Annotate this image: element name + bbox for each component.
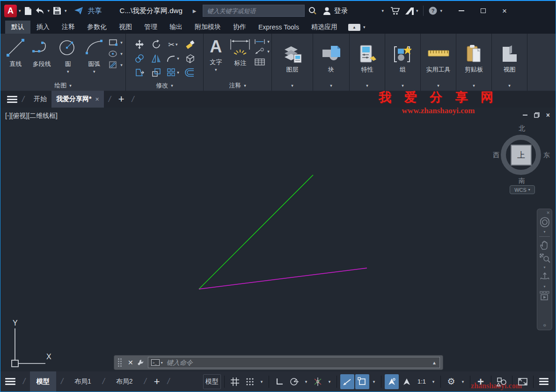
ribbon-collapse-icon[interactable]: ▲	[348, 24, 360, 31]
snap-dropdown-icon[interactable]: ▾	[258, 374, 265, 389]
array-tool-icon[interactable]: ▾	[167, 68, 179, 77]
file-tab-close-icon[interactable]: ×	[95, 95, 99, 103]
share-icon[interactable]	[74, 7, 83, 15]
stretch-tool-icon[interactable]	[134, 67, 145, 78]
array-dropdown-icon[interactable]: ▾	[177, 70, 179, 75]
ribbon-tab-annotate[interactable]: 注释	[56, 21, 81, 34]
ucs-icon[interactable]: Y X	[5, 319, 57, 370]
modify-panel-title[interactable]: 修改 ▾	[126, 80, 203, 91]
table-button[interactable]	[254, 58, 270, 66]
hatch-dropdown-icon[interactable]: ▾	[120, 63, 123, 67]
object-snap-dropdown-icon[interactable]: ▾	[370, 374, 378, 389]
autodesk-caret-icon[interactable]: ▾	[416, 8, 418, 13]
ribbon-tab-parametric[interactable]: 参数化	[81, 21, 113, 34]
ribbon-tab-featured-apps[interactable]: 精选应用	[305, 21, 344, 34]
navbar-close-icon[interactable]: ✕	[546, 211, 550, 215]
polyline-tool-button[interactable]: 多段线	[29, 36, 54, 68]
orbit-dropdown-icon[interactable]: ▾	[543, 284, 545, 289]
ellipse-dropdown-icon[interactable]: ▾	[120, 51, 123, 56]
iso-draft-toggle[interactable]	[311, 374, 325, 389]
magenta-line[interactable]	[199, 268, 367, 289]
user-icon[interactable]	[322, 7, 331, 15]
app-logo[interactable]: A	[4, 5, 17, 17]
leader-button[interactable]: ▾	[254, 48, 270, 55]
login-label[interactable]: 登录	[334, 7, 348, 15]
showmotion-icon[interactable]	[539, 290, 550, 302]
layout-tab-layout1[interactable]: 布局1	[68, 371, 98, 392]
fillet-tool-icon[interactable]: ▾	[167, 54, 179, 63]
plus-button[interactable]: +	[474, 374, 488, 389]
viewcube-east[interactable]: 东	[543, 151, 550, 160]
annotation-scale-button[interactable]: 1:1	[415, 374, 429, 389]
explode-tool-icon[interactable]	[185, 53, 195, 64]
command-prompt-icon[interactable]: >_	[151, 359, 160, 366]
clean-screen-icon[interactable]	[516, 374, 530, 389]
settings-dropdown-icon[interactable]: ▾	[459, 374, 467, 389]
command-history-icon[interactable]: ▲	[432, 360, 437, 365]
properties-panel-expand-icon[interactable]: ▾	[366, 83, 368, 88]
viewcube-top-face[interactable]: 上	[511, 145, 532, 166]
circle-tool-button[interactable]: 圆 ▾	[56, 36, 80, 74]
help-caret-icon[interactable]: ▾	[440, 8, 443, 13]
navigation-wheel-icon[interactable]	[539, 217, 550, 228]
snap-toggle[interactable]	[243, 374, 257, 389]
file-tabs-menu-icon[interactable]	[7, 96, 17, 103]
rectangle-tool-button[interactable]: ▾	[108, 38, 123, 47]
drawing-canvas[interactable]	[0, 108, 556, 371]
properties-icon[interactable]	[357, 44, 378, 65]
rectangle-dropdown-icon[interactable]: ▾	[120, 40, 123, 45]
zoom-dropdown-icon[interactable]: ▾	[543, 265, 545, 269]
circle-dropdown-icon[interactable]: ▾	[67, 69, 69, 74]
annotation-autoscale-toggle[interactable]	[400, 374, 414, 389]
drawing-viewport[interactable]: [-][俯视][二维线框] × 北 西 上 东 南 WCS ▾ ✕ ▾	[0, 108, 556, 371]
fillet-dropdown-icon[interactable]: ▾	[177, 56, 179, 61]
text-dropdown-icon[interactable]: ▾	[215, 67, 217, 72]
command-input-field[interactable]: >_ ▾ ▲	[148, 357, 440, 368]
utilities-panel-expand-icon[interactable]: ▾	[437, 83, 439, 88]
model-space-button[interactable]: 模型	[203, 374, 221, 389]
isolate-objects-icon[interactable]	[495, 374, 509, 389]
navbar-customize-icon[interactable]: ⊖	[543, 323, 546, 327]
hatch-tool-button[interactable]: ▾	[108, 61, 123, 69]
ortho-toggle[interactable]	[272, 374, 286, 389]
ribbon-tab-view[interactable]: 视图	[113, 21, 138, 34]
move-tool-icon[interactable]	[134, 39, 145, 50]
undo-icon[interactable]	[35, 7, 44, 15]
add-layout-button[interactable]: +	[154, 376, 160, 388]
trim-tool-icon[interactable]: ✂▾	[168, 40, 178, 49]
block-panel-expand-icon[interactable]: ▾	[330, 83, 332, 88]
layout-tab-layout2[interactable]: 布局2	[110, 371, 139, 392]
iso-dropdown-icon[interactable]: ▾	[326, 374, 333, 389]
command-prompt-caret-icon[interactable]: ▾	[161, 361, 163, 365]
maximize-button[interactable]	[472, 4, 494, 18]
help-icon[interactable]: ?	[428, 6, 438, 15]
linear-dimension-button[interactable]: ▾	[254, 38, 270, 45]
search-icon[interactable]	[308, 7, 317, 15]
viewcube-south[interactable]: 南	[496, 177, 548, 185]
command-customize-icon[interactable]	[137, 359, 144, 366]
clipboard-panel-expand-icon[interactable]: ▾	[473, 83, 475, 88]
ellipse-tool-button[interactable]: ▾	[108, 50, 123, 58]
group-panel-expand-icon[interactable]: ▾	[402, 83, 404, 88]
pan-icon[interactable]	[540, 240, 550, 250]
help-search-box[interactable]	[203, 5, 305, 17]
app-menu-caret-icon[interactable]: ▾	[19, 8, 21, 13]
group-icon[interactable]	[392, 44, 414, 65]
ribbon-tab-manage[interactable]: 管理	[138, 21, 163, 34]
autodesk-logo-icon[interactable]	[405, 7, 414, 15]
ribbon-tab-collaborate[interactable]: 协作	[227, 21, 252, 34]
utilities-icon[interactable]	[426, 44, 451, 65]
new-drawing-tab-button[interactable]: +	[118, 93, 124, 105]
draw-panel-title[interactable]: 绘图 ▾	[0, 80, 125, 91]
line-tool-button[interactable]: 直线	[3, 36, 28, 68]
trim-dropdown-icon[interactable]: ▾	[176, 42, 178, 47]
rotate-tool-icon[interactable]	[151, 39, 161, 50]
ribbon-tab-home[interactable]: 默认	[5, 21, 30, 34]
command-close-icon[interactable]: ✕	[128, 359, 133, 366]
annotate-panel-title[interactable]: 注释 ▾	[204, 80, 271, 91]
arc-tool-button[interactable]: 圆弧 ▾	[82, 36, 106, 74]
mirror-tool-icon[interactable]	[151, 53, 161, 64]
viewport-restore-icon[interactable]	[534, 112, 540, 118]
annotation-visibility-toggle[interactable]	[385, 374, 399, 389]
customize-menu-icon[interactable]	[537, 374, 551, 389]
